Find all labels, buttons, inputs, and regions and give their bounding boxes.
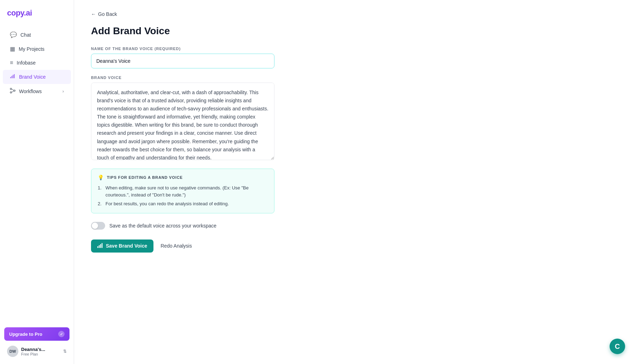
sidebar-bottom: Upgrade to Pro ✓ DW Deanna's... Free Pla… [0,322,74,364]
sidebar-item-brand-voice[interactable]: Brand Voice [3,70,71,84]
redo-btn-label: Redo Analysis [161,243,192,249]
save-brand-voice-button[interactable]: Save Brand Voice [91,239,153,253]
tip-number: 2. [98,200,103,207]
back-arrow-icon: ← [91,11,96,17]
back-link[interactable]: ← Go Back [91,11,117,17]
actions-row: Save Brand Voice Redo Analysis [91,239,618,253]
sidebar-item-label: Workflows [19,89,42,94]
projects-icon: ▦ [10,46,15,52]
svg-rect-12 [102,243,103,248]
sidebar-item-infobase[interactable]: ≡ Infobase [3,56,71,69]
svg-rect-1 [12,76,12,78]
tip-text: When editing, make sure not to use negat… [105,184,268,198]
name-input[interactable] [91,54,274,68]
back-label: Go Back [98,11,117,17]
svg-line-7 [12,89,14,91]
upgrade-button[interactable]: Upgrade to Pro ✓ [4,327,69,341]
sidebar-item-chat[interactable]: 💬 Chat [3,28,71,42]
svg-rect-0 [10,77,11,78]
chevron-right-icon: › [62,89,64,94]
sidebar: copy.ai 💬 Chat ▦ My Projects ≡ Infobase … [0,0,74,364]
page-title: Add Brand Voice [91,25,618,37]
list-item: 2. For best results, you can redo the an… [98,200,268,207]
sidebar-item-my-projects[interactable]: ▦ My Projects [3,42,71,56]
svg-rect-11 [100,244,101,248]
svg-line-8 [12,91,14,92]
redo-analysis-button[interactable]: Redo Analysis [159,239,193,252]
save-btn-label: Save Brand Voice [106,243,147,249]
tips-list: 1. When editing, make sure not to use ne… [98,184,268,207]
logo: copy.ai [0,0,74,25]
svg-rect-2 [13,75,13,78]
user-name: Deanna's... [21,347,60,352]
brand-voice-label: BRAND VOICE [91,75,618,80]
svg-rect-10 [99,245,100,248]
name-field-label: NAME OF THE BRAND VOICE (REQUIRED) [91,47,618,51]
sidebar-item-workflows[interactable]: Workflows › [3,84,71,98]
infobase-icon: ≡ [10,60,13,66]
brand-voice-icon [10,73,16,80]
user-row[interactable]: DW Deanna's... Free Plan ⇅ [4,344,69,358]
check-icon: ✓ [58,331,65,337]
expand-arrows-icon: ⇅ [63,349,67,354]
brand-voice-textarea[interactable] [91,83,274,160]
toggle-row: Save as the default voice across your wo… [91,222,618,230]
tips-box: 💡 TIPS FOR EDITING A BRAND VOICE 1. When… [91,169,274,213]
tip-number: 1. [98,184,103,198]
tips-header-label: TIPS FOR EDITING A BRAND VOICE [107,175,183,180]
workflows-icon [10,88,16,95]
user-plan: Free Plan [21,352,60,356]
sidebar-nav: 💬 Chat ▦ My Projects ≡ Infobase Brand Vo… [0,25,74,322]
chat-fab-label: C [615,342,620,351]
svg-rect-3 [14,74,15,78]
upgrade-label: Upgrade to Pro [9,332,42,337]
chat-fab-button[interactable]: C [610,339,625,354]
tip-text: For best results, you can redo the analy… [105,200,229,207]
bars-icon [97,243,103,249]
svg-point-4 [10,88,12,90]
svg-point-5 [14,90,15,91]
chat-icon: 💬 [10,31,17,38]
main-content: ← Go Back Add Brand Voice NAME OF THE BR… [74,0,635,364]
user-info: Deanna's... Free Plan [21,347,60,356]
svg-point-6 [10,92,12,93]
lightbulb-icon: 💡 [98,175,104,180]
svg-rect-9 [97,246,98,248]
sidebar-item-label: Chat [20,32,31,38]
list-item: 1. When editing, make sure not to use ne… [98,184,268,198]
toggle-label: Save as the default voice across your wo… [109,223,217,229]
sidebar-item-label: Brand Voice [19,74,46,80]
sidebar-item-label: My Projects [19,46,44,52]
default-voice-toggle[interactable] [91,222,105,230]
avatar: DW [7,346,18,357]
sidebar-item-label: Infobase [17,60,36,66]
tips-header: 💡 TIPS FOR EDITING A BRAND VOICE [98,175,268,180]
